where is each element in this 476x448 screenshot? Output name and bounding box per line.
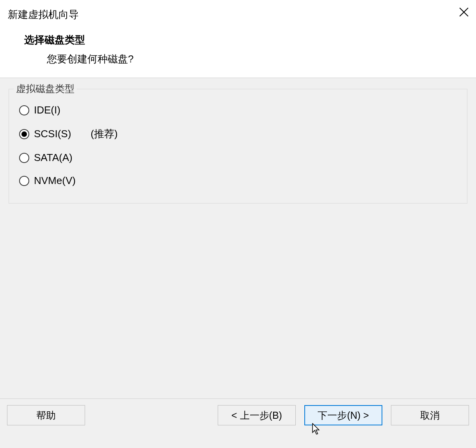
help-button[interactable]: 帮助 <box>7 405 85 425</box>
close-icon[interactable] <box>459 7 469 17</box>
radio-circle-icon <box>19 176 29 186</box>
radio-circle-icon <box>19 129 29 139</box>
radio-label-sata: SATA(A) <box>34 152 73 164</box>
radio-scsi[interactable]: SCSI(S) <box>19 128 71 140</box>
section-title: 选择磁盘类型 <box>24 33 468 47</box>
radio-sata[interactable]: SATA(A) <box>19 152 73 164</box>
radio-label-nvme: NVMe(V) <box>34 175 76 187</box>
radio-circle-icon <box>19 153 29 163</box>
radio-label-ide: IDE(I) <box>34 104 60 116</box>
radio-nvme[interactable]: NVMe(V) <box>19 175 76 187</box>
radio-row-nvme: NVMe(V) <box>19 175 457 187</box>
radio-row-ide: IDE(I) <box>19 104 457 116</box>
radio-row-sata: SATA(A) <box>19 152 457 164</box>
cancel-button[interactable]: 取消 <box>391 405 469 425</box>
wizard-content: 虚拟磁盘类型 IDE(I) SCSI(S) (推荐) SATA(A) <box>0 78 476 214</box>
radio-row-scsi: SCSI(S) (推荐) <box>19 127 457 141</box>
next-button[interactable]: 下一步(N) > <box>304 405 382 425</box>
back-button[interactable]: < 上一步(B) <box>218 405 296 425</box>
section-subtitle: 您要创建何种磁盘? <box>47 52 468 66</box>
wizard-header: 新建虚拟机向导 选择磁盘类型 您要创建何种磁盘? <box>0 0 476 78</box>
wizard-footer: 帮助 < 上一步(B) 下一步(N) > 取消 <box>0 398 476 448</box>
radio-ide[interactable]: IDE(I) <box>19 104 60 116</box>
window-title: 新建虚拟机向导 <box>8 8 468 21</box>
radio-circle-icon <box>19 105 29 115</box>
fieldset-legend: 虚拟磁盘类型 <box>14 82 77 95</box>
radio-label-scsi: SCSI(S) <box>34 128 71 140</box>
disk-type-fieldset: 虚拟磁盘类型 IDE(I) SCSI(S) (推荐) SATA(A) <box>9 89 467 204</box>
radio-note-scsi: (推荐) <box>91 127 117 141</box>
disk-type-radio-group: IDE(I) SCSI(S) (推荐) SATA(A) NV <box>19 104 457 187</box>
